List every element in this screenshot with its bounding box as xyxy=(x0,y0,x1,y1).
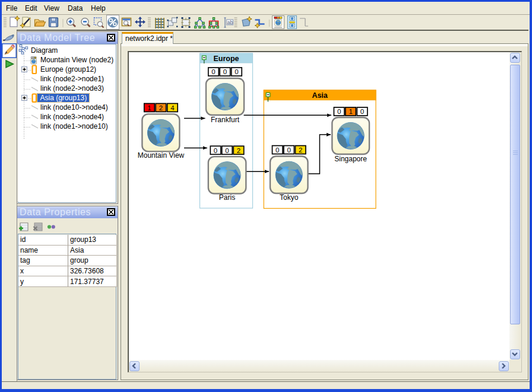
svg-text:0: 0 xyxy=(287,146,290,154)
svg-text:0: 0 xyxy=(276,146,279,154)
svg-text:Paris: Paris xyxy=(219,193,235,202)
svg-text:1: 1 xyxy=(147,104,151,111)
svg-text:2: 2 xyxy=(159,104,163,111)
svg-text:1: 1 xyxy=(349,108,352,115)
svg-text:0: 0 xyxy=(223,68,227,75)
svg-text:0: 0 xyxy=(337,108,341,115)
svg-text:4: 4 xyxy=(170,104,175,111)
svg-text:Singapore: Singapore xyxy=(334,155,367,163)
svg-text:0: 0 xyxy=(360,108,364,115)
svg-text:Frankfurt: Frankfurt xyxy=(211,116,240,124)
svg-text:0: 0 xyxy=(214,147,217,154)
svg-text:2: 2 xyxy=(299,146,302,154)
svg-text:0: 0 xyxy=(211,68,215,75)
svg-text:0: 0 xyxy=(225,147,229,154)
svg-text:0: 0 xyxy=(235,68,238,75)
svg-text:Asia: Asia xyxy=(312,91,328,100)
svg-text:Tokyo: Tokyo xyxy=(280,193,299,202)
svg-text:ab: ab xyxy=(227,20,233,26)
svg-text:Europe: Europe xyxy=(213,55,239,63)
svg-text:2: 2 xyxy=(237,147,240,154)
svg-text:Mountain View: Mountain View xyxy=(138,151,185,160)
